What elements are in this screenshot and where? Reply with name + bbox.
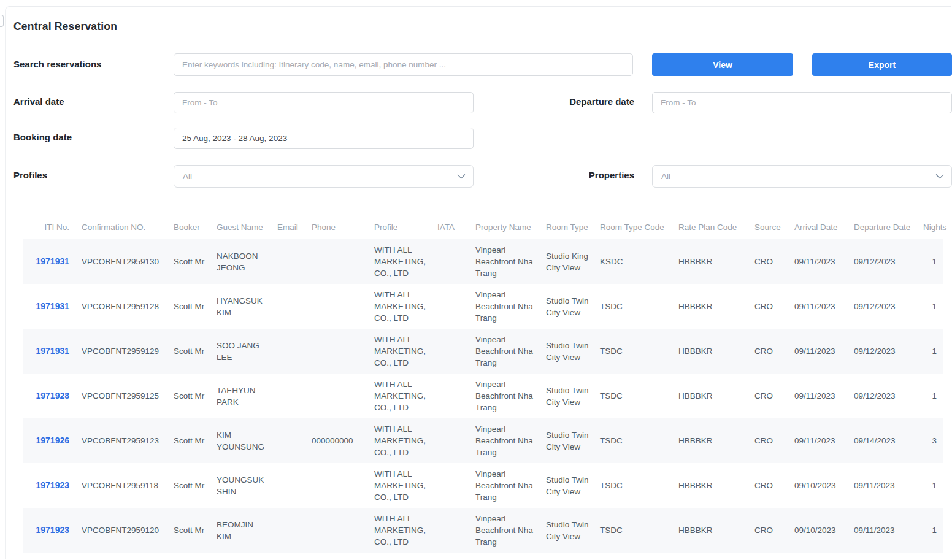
cell-rate_plan_code: HBBBKR bbox=[672, 463, 748, 508]
cell-source: CRO bbox=[748, 463, 788, 508]
col-header-property: Property Name bbox=[469, 215, 540, 239]
col-header-departure: Departure Date bbox=[848, 215, 917, 239]
table-header-row: ITI No.Confirmation NO.BookerGuest NameE… bbox=[23, 215, 943, 239]
cell-source: CRO bbox=[748, 418, 788, 463]
cell-booker: Scott Mr bbox=[167, 508, 210, 553]
cell-confirmation: VPCOBFNT2959125 bbox=[75, 374, 167, 418]
col-header-profile: Profile bbox=[368, 215, 431, 239]
iti-link[interactable]: 1971923 bbox=[36, 480, 69, 490]
table-row: 1971931VPCOBFNT2959129Scott MrSOO JANG L… bbox=[23, 329, 943, 374]
cell-iti: 1971928 bbox=[23, 374, 75, 418]
cell-arrival bbox=[788, 553, 848, 560]
iti-link[interactable]: 1971923 bbox=[36, 525, 69, 535]
cell-source: CRO bbox=[748, 374, 788, 418]
cell-iti: 1971923 bbox=[23, 463, 75, 508]
cell-iti: 1971931 bbox=[23, 239, 75, 284]
cell-room_type: Studio Twin City View bbox=[540, 508, 594, 553]
export-button[interactable]: Export bbox=[812, 53, 952, 76]
cell-confirmation: VPCOBFNT2959123 bbox=[75, 418, 167, 463]
cell-iti: 1971931 bbox=[23, 329, 75, 374]
cell-nights: 3 bbox=[917, 418, 943, 463]
col-header-room_type_code: Room Type Code bbox=[594, 215, 672, 239]
cell-departure: 09/12/2023 bbox=[848, 374, 917, 418]
properties-select[interactable]: All bbox=[652, 165, 952, 188]
cell-rate_plan_code: HBBBKR bbox=[672, 239, 748, 284]
arrival-date-input[interactable] bbox=[174, 92, 474, 113]
cell-guest: TAEHYUN PARK bbox=[210, 374, 271, 418]
cell-confirmation: VPCOBFNT2959118 bbox=[75, 463, 167, 508]
iti-link[interactable]: 1971926 bbox=[36, 435, 69, 445]
cell-rate_plan_code: HBBBKR bbox=[672, 374, 748, 418]
cell-arrival: 09/10/2023 bbox=[788, 463, 848, 508]
cell-phone bbox=[305, 239, 368, 284]
search-input[interactable] bbox=[174, 53, 633, 76]
cell-email bbox=[271, 508, 305, 553]
cell-property: Vinpearl Beachfront Nha Trang bbox=[469, 239, 540, 284]
cell-arrival: 09/11/2023 bbox=[788, 418, 848, 463]
cell-email bbox=[271, 418, 305, 463]
cell-phone bbox=[305, 553, 368, 560]
cell-email bbox=[271, 284, 305, 329]
table-row: 1971926VPCOBFNT2959123Scott MrKIM YOUNSU… bbox=[23, 418, 943, 463]
table-row: 1971931VPCOBFNT2959128Scott MrHYANGSUK K… bbox=[23, 284, 943, 329]
page-title: Central Reservation bbox=[13, 20, 117, 33]
cell-room_type_code: TSDC bbox=[594, 284, 672, 329]
cell-profile: WITH ALL MARKETING, CO., LTD bbox=[368, 463, 431, 508]
cell-guest: KIM YOUNSUNG bbox=[210, 418, 271, 463]
cell-phone bbox=[305, 329, 368, 374]
cell-email bbox=[271, 553, 305, 560]
cell-rate_plan_code: HBBBKR bbox=[672, 284, 748, 329]
cell-nights bbox=[917, 553, 943, 560]
iti-link[interactable]: 1971928 bbox=[36, 391, 69, 401]
cell-guest: SOO JANG LEE bbox=[210, 329, 271, 374]
col-header-confirmation: Confirmation NO. bbox=[75, 215, 167, 239]
cell-room_type_code: TSDC bbox=[594, 463, 672, 508]
cell-profile: WITH ALL MARKETING, CO., LTD bbox=[368, 553, 431, 560]
cell-departure: 09/14/2023 bbox=[848, 418, 917, 463]
cell-nights: 1 bbox=[917, 463, 943, 508]
view-button[interactable]: View bbox=[652, 53, 793, 76]
cell-booker: Scott Mr bbox=[167, 239, 210, 284]
sidebar-handle[interactable] bbox=[0, 15, 4, 27]
cell-departure bbox=[848, 553, 917, 560]
cell-departure: 09/12/2023 bbox=[848, 329, 917, 374]
cell-booker: Scott Mr bbox=[167, 463, 210, 508]
table-row: 1971928VPCOBFNT2959125Scott MrTAEHYUN PA… bbox=[23, 374, 943, 418]
cell-nights: 1 bbox=[917, 239, 943, 284]
cell-nights: 1 bbox=[917, 508, 943, 553]
cell-phone bbox=[305, 284, 368, 329]
departure-date-label: Departure date bbox=[450, 96, 634, 107]
cell-room_type_code bbox=[594, 553, 672, 560]
profiles-select[interactable]: All bbox=[174, 165, 474, 188]
cell-departure: 09/11/2023 bbox=[848, 463, 917, 508]
col-header-source: Source bbox=[748, 215, 788, 239]
cell-arrival: 09/11/2023 bbox=[788, 374, 848, 418]
cell-iti: 1971923 bbox=[23, 508, 75, 553]
col-header-iti: ITI No. bbox=[23, 215, 75, 239]
cell-profile: WITH ALL MARKETING, CO., LTD bbox=[368, 418, 431, 463]
cell-arrival: 09/11/2023 bbox=[788, 284, 848, 329]
cell-rate_plan_code: HBBBKR bbox=[672, 329, 748, 374]
cell-room_type: Studio King City View bbox=[540, 239, 594, 284]
cell-room_type_code: TSDC bbox=[594, 374, 672, 418]
cell-rate_plan_code: HBBBKR bbox=[672, 418, 748, 463]
iti-link[interactable]: 1971931 bbox=[36, 256, 69, 266]
cell-profile: WITH ALL MARKETING, CO., LTD bbox=[368, 508, 431, 553]
iti-link[interactable]: 1971931 bbox=[36, 346, 69, 356]
cell-email bbox=[271, 239, 305, 284]
booking-date-input[interactable] bbox=[174, 128, 474, 149]
cell-property: Vinpearl Beachfront Nha Trang bbox=[469, 508, 540, 553]
cell-nights: 1 bbox=[917, 374, 943, 418]
cell-departure: 09/12/2023 bbox=[848, 239, 917, 284]
arrival-date-label: Arrival date bbox=[13, 96, 64, 107]
cell-departure: 09/11/2023 bbox=[848, 508, 917, 553]
cell-guest: HYANGSUK KIM bbox=[210, 284, 271, 329]
cell-rate_plan_code bbox=[672, 553, 748, 560]
iti-link[interactable]: 1971931 bbox=[36, 301, 69, 311]
cell-phone: 000000000 bbox=[305, 418, 368, 463]
departure-date-input[interactable] bbox=[652, 92, 952, 113]
properties-select-value: All bbox=[661, 172, 937, 181]
cell-source: CRO bbox=[748, 239, 788, 284]
cell-confirmation: VPCOBFNT2959130 bbox=[75, 239, 167, 284]
cell-source: CRO bbox=[748, 284, 788, 329]
